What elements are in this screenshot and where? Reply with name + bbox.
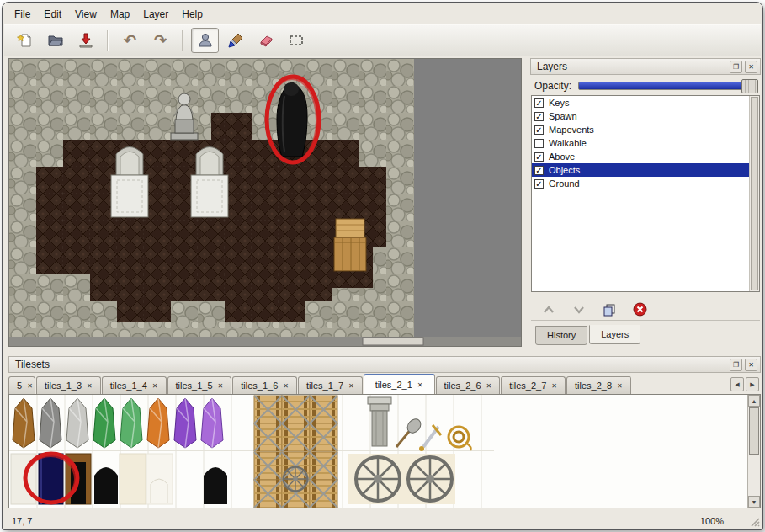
paint-tool-button[interactable] xyxy=(221,28,249,53)
place-player-tool-button[interactable] xyxy=(191,28,219,53)
select-tool-button[interactable] xyxy=(282,28,310,53)
map-image[interactable] xyxy=(9,59,521,346)
tab-history[interactable]: History xyxy=(535,326,587,345)
save-icon xyxy=(77,32,94,49)
scrollbar-thumb[interactable] xyxy=(751,97,758,290)
move-layer-up-button[interactable] xyxy=(541,302,556,317)
map-horizontal-scrollbar[interactable] xyxy=(9,337,521,346)
tab-close-icon[interactable]: ✕ xyxy=(283,382,289,390)
tileset-tab-6-active[interactable]: tiles_2_1 ✕ xyxy=(364,374,435,394)
opacity-row: Opacity: xyxy=(534,78,758,93)
monument-left xyxy=(111,147,148,218)
tileset-tab-4[interactable]: tiles_1_6 ✕ xyxy=(232,376,297,394)
tileset-scrollbar[interactable]: ▲ ▼ xyxy=(747,395,760,508)
tab-close-icon[interactable]: ✕ xyxy=(617,382,623,390)
undo-button[interactable]: ↶ xyxy=(116,28,144,53)
menu-layer[interactable]: Layer xyxy=(136,5,175,24)
scroll-down-button[interactable]: ▼ xyxy=(748,496,760,508)
layer-list-scrollbar[interactable] xyxy=(749,96,759,291)
tab-scroll-left-button[interactable]: ◀ xyxy=(730,377,744,391)
opacity-slider[interactable] xyxy=(578,82,758,90)
tab-close-icon[interactable]: ✕ xyxy=(87,382,93,390)
tab-close-icon[interactable]: ✕ xyxy=(218,382,224,390)
layer-checkbox[interactable]: ✓ xyxy=(534,152,544,162)
duplicate-icon xyxy=(603,303,616,317)
tab-label: tiles_1_5 xyxy=(176,380,213,391)
tileset-tab-1[interactable]: tiles_1_3 ✕ xyxy=(36,376,101,394)
tab-close-icon[interactable]: ✕ xyxy=(348,382,354,390)
tab-label: tiles_2_6 xyxy=(444,380,481,391)
tileset-grid[interactable] xyxy=(9,395,746,508)
redo-button[interactable]: ↷ xyxy=(146,28,174,53)
layer-row-keys[interactable]: ✓ Keys xyxy=(532,96,759,109)
float-panel-button[interactable]: ❐ xyxy=(730,61,742,73)
tab-label: 5 xyxy=(17,380,22,391)
duplicate-layer-button[interactable] xyxy=(602,302,617,317)
tileset-tab-7[interactable]: tiles_2_6 ✕ xyxy=(436,376,501,394)
menu-file[interactable]: File xyxy=(8,5,37,24)
dark-figure xyxy=(277,82,307,161)
chevron-down-icon xyxy=(573,306,585,314)
layer-row-ground[interactable]: ✓ Ground xyxy=(532,177,759,190)
close-panel-button[interactable]: ✕ xyxy=(745,61,757,73)
tab-scroll-right-button[interactable]: ▶ xyxy=(746,377,759,391)
menu-map[interactable]: Map xyxy=(104,5,136,24)
menubar: File Edit View Map Layer Help xyxy=(4,4,761,24)
scrollbar-thumb[interactable] xyxy=(749,407,759,455)
statusbar: 17, 7 100% xyxy=(4,513,761,528)
tab-label: tiles_2_1 xyxy=(375,380,412,390)
menu-edit[interactable]: Edit xyxy=(37,5,68,24)
tab-label: tiles_2_8 xyxy=(575,380,612,391)
layer-checkbox[interactable]: ✓ xyxy=(534,125,544,135)
new-map-button[interactable] xyxy=(11,28,39,53)
map-canvas[interactable] xyxy=(8,58,522,347)
layer-checkbox[interactable] xyxy=(534,139,544,148)
menu-help[interactable]: Help xyxy=(175,5,210,24)
delete-layer-button[interactable] xyxy=(632,302,647,317)
tileset-tab-5[interactable]: tiles_1_7 ✕ xyxy=(298,376,363,394)
tab-scroll-buttons: ◀ ▶ xyxy=(730,377,759,391)
tileset-tab-8[interactable]: tiles_2_7 ✕ xyxy=(501,376,566,394)
open-button[interactable] xyxy=(41,28,69,53)
save-button[interactable] xyxy=(72,28,99,53)
tileset-tab-0[interactable]: 5 ✕ xyxy=(8,376,35,394)
layer-checkbox[interactable]: ✓ xyxy=(534,112,544,121)
tileset-tab-2[interactable]: tiles_1_4 ✕ xyxy=(102,376,167,394)
layer-checkbox[interactable]: ✓ xyxy=(534,179,544,189)
tab-close-icon[interactable]: ✕ xyxy=(551,382,557,390)
tab-close-icon[interactable]: ✕ xyxy=(417,381,423,389)
float-panel-button[interactable]: ❐ xyxy=(730,359,742,371)
selected-dark-door-tile[interactable] xyxy=(39,454,63,504)
layer-row-above[interactable]: ✓ Above xyxy=(532,150,759,163)
tab-close-icon[interactable]: ✕ xyxy=(486,382,492,390)
layer-row-spawn[interactable]: ✓ Spawn xyxy=(532,109,759,123)
move-layer-down-button[interactable] xyxy=(571,302,587,317)
layer-checkbox[interactable]: ✓ xyxy=(534,166,544,175)
layer-checkbox[interactable]: ✓ xyxy=(534,98,544,108)
resize-grip[interactable] xyxy=(748,515,760,527)
tileset-tab-3[interactable]: tiles_1_5 ✕ xyxy=(167,376,232,394)
menu-view[interactable]: View xyxy=(68,5,104,24)
tileset-tab-9[interactable]: tiles_2_8 ✕ xyxy=(566,376,631,394)
new-file-icon xyxy=(17,32,34,49)
layer-name: Spawn xyxy=(549,111,577,121)
tilesets-panel-title: Tilesets xyxy=(15,359,50,370)
scroll-up-button[interactable]: ▲ xyxy=(748,395,760,407)
open-folder-icon xyxy=(47,32,64,49)
layers-panel-title: Layers xyxy=(537,61,567,72)
layer-row-mapevents[interactable]: ✓ Mapevents xyxy=(532,123,759,136)
close-panel-button[interactable]: ✕ xyxy=(745,359,757,371)
tab-close-icon[interactable]: ✕ xyxy=(152,382,158,390)
toolbar-separator xyxy=(182,30,183,51)
layer-row-objects[interactable]: ✓ Objects xyxy=(532,163,759,177)
layer-row-walkable[interactable]: Walkable xyxy=(532,136,759,150)
tab-label: tiles_1_4 xyxy=(110,380,147,391)
scrollbar-thumb[interactable] xyxy=(363,338,423,345)
opacity-slider-thumb[interactable] xyxy=(741,79,758,93)
monument-right xyxy=(191,147,228,218)
tab-layers[interactable]: Layers xyxy=(589,325,640,344)
tab-close-icon[interactable]: ✕ xyxy=(27,382,33,390)
player-tool-icon xyxy=(197,32,214,49)
app-window: File Edit View Map Layer Help xyxy=(2,2,763,530)
eraser-tool-button[interactable] xyxy=(252,28,279,53)
